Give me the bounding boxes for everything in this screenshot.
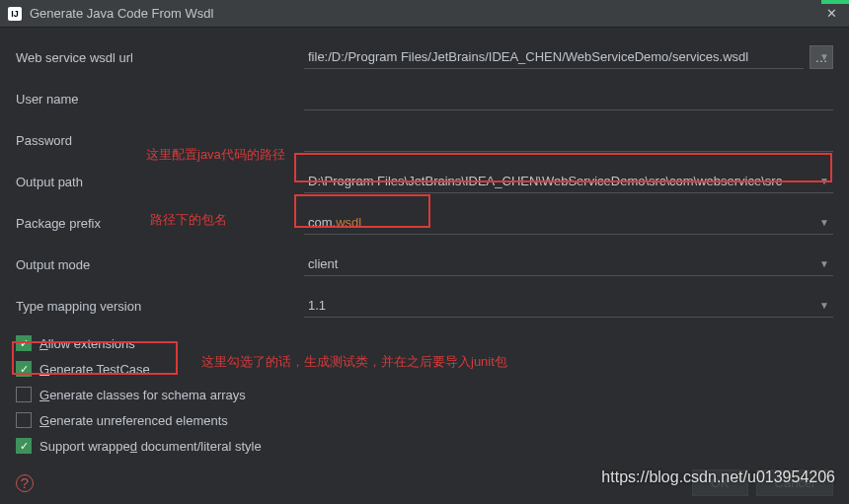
close-icon[interactable]: ✕	[814, 2, 849, 25]
generate-schema-checkbox[interactable]: Generate classes for schema arrays	[16, 387, 833, 402]
output-path-label: Output path	[16, 175, 304, 189]
window-accent	[821, 0, 849, 4]
package-prefix-suffix: wsdl	[336, 215, 361, 230]
mnemonic: G	[39, 388, 49, 402]
check-icon: ✓	[16, 361, 32, 377]
generate-unreferenced-label: enerate unreferenced elements	[49, 413, 228, 428]
annotation-text: 路径下的包名	[150, 211, 227, 229]
support-wrapped-pre: Support wrappe	[39, 439, 130, 454]
output-mode-dropdown[interactable]: client ▼	[304, 252, 833, 276]
output-path-value: D:\Program Files\JetBrains\IDEA_CHEN\Web…	[308, 174, 782, 188]
check-icon	[16, 387, 32, 402]
mnemonic: G	[39, 413, 49, 428]
mnemonic: G	[39, 362, 49, 377]
check-icon: ✓	[16, 438, 32, 454]
generate-schema-label: enerate classes for schema arrays	[49, 388, 246, 402]
check-icon	[16, 412, 32, 428]
type-mapping-value: 1.1	[308, 298, 326, 313]
generate-testcase-label: enerate TestCase	[49, 362, 150, 377]
output-mode-label: Output mode	[16, 257, 304, 272]
annotation-text: 这里勾选了的话，生成测试类，并在之后要导入junit包	[201, 353, 507, 371]
username-input[interactable]	[304, 87, 833, 110]
wsdl-url-dropdown[interactable]: file:/D:/Program Files/JetBrains/IDEA_CH…	[304, 45, 804, 69]
titlebar[interactable]: IJ Generate Java Code From Wsdl ✕	[0, 0, 849, 28]
support-wrapped-checkbox[interactable]: ✓ Support wrapped document/literal style	[16, 438, 833, 454]
window-title: Generate Java Code From Wsdl	[30, 6, 213, 21]
type-mapping-dropdown[interactable]: 1.1 ▼	[304, 294, 833, 318]
allow-extensions-checkbox[interactable]: ✓ Allow extensions	[16, 335, 833, 351]
generate-unreferenced-checkbox[interactable]: Generate unreferenced elements	[16, 412, 833, 428]
output-path-dropdown[interactable]: D:\Program Files\JetBrains\IDEA_CHEN\Web…	[304, 170, 833, 193]
support-wrapped-post: document/literal style	[137, 439, 262, 454]
chevron-down-icon: ▼	[819, 176, 829, 186]
chevron-down-icon: ▼	[819, 300, 829, 311]
wsdl-url-value: file:/D:/Program Files/JetBrains/IDEA_CH…	[308, 49, 748, 64]
type-mapping-label: Type mapping version	[16, 299, 304, 314]
app-icon: IJ	[8, 7, 22, 21]
output-mode-value: client	[308, 256, 338, 271]
help-icon[interactable]: ?	[16, 474, 34, 492]
chevron-down-icon: ▼	[819, 51, 829, 62]
check-icon: ✓	[16, 335, 32, 351]
dialog-content: Web service wsdl url file:/D:/Program Fi…	[0, 28, 849, 454]
annotation-text: 这里配置java代码的路径	[146, 146, 285, 164]
wsdl-url-label: Web service wsdl url	[16, 50, 304, 65]
allow-extensions-label: llow extensions	[48, 336, 135, 351]
watermark: https://blog.csdn.net/u013954206	[601, 468, 835, 486]
chevron-down-icon: ▼	[819, 258, 829, 269]
package-prefix-dropdown[interactable]: com.wsdl ▼	[304, 211, 833, 235]
mnemonic: d	[130, 439, 137, 454]
chevron-down-icon: ▼	[819, 217, 829, 228]
username-label: User name	[16, 92, 304, 107]
password-input[interactable]	[304, 128, 833, 152]
mnemonic: A	[39, 336, 48, 351]
package-prefix-pre: com.	[308, 215, 336, 230]
